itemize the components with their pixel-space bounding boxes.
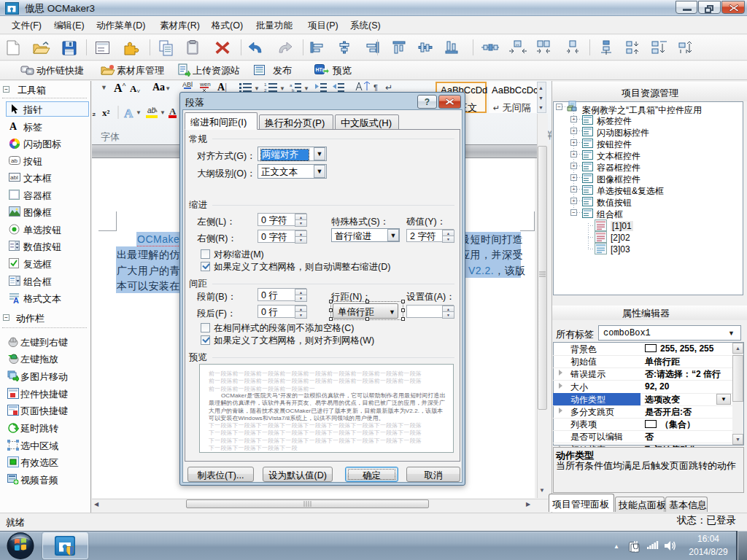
- svg-text:1: 1: [264, 82, 267, 87]
- svg-text:↵: ↵: [385, 82, 392, 93]
- svg-text:↔: ↔: [515, 42, 520, 47]
- svg-text:A: A: [13, 296, 19, 303]
- svg-text:x²: x²: [102, 107, 110, 118]
- svg-text:▼: ▼: [254, 85, 260, 92]
- svg-text:▼: ▼: [303, 85, 309, 92]
- svg-text:¶: ¶: [374, 83, 378, 92]
- svg-text:A: A: [9, 121, 18, 132]
- svg-text:A: A: [169, 106, 177, 117]
- svg-text:▼: ▼: [160, 109, 166, 116]
- svg-text:abl: abl: [10, 174, 18, 181]
- svg-text:ABl: ABl: [182, 81, 193, 88]
- svg-text:A: A: [124, 106, 133, 120]
- svg-text:ab: ab: [11, 158, 18, 164]
- svg-text:▼: ▼: [279, 85, 285, 92]
- svg-text:₂: ₂: [92, 108, 96, 118]
- svg-text:a: a: [290, 83, 293, 88]
- svg-text:▼: ▼: [136, 109, 142, 116]
- svg-text:wen: wen: [199, 81, 211, 88]
